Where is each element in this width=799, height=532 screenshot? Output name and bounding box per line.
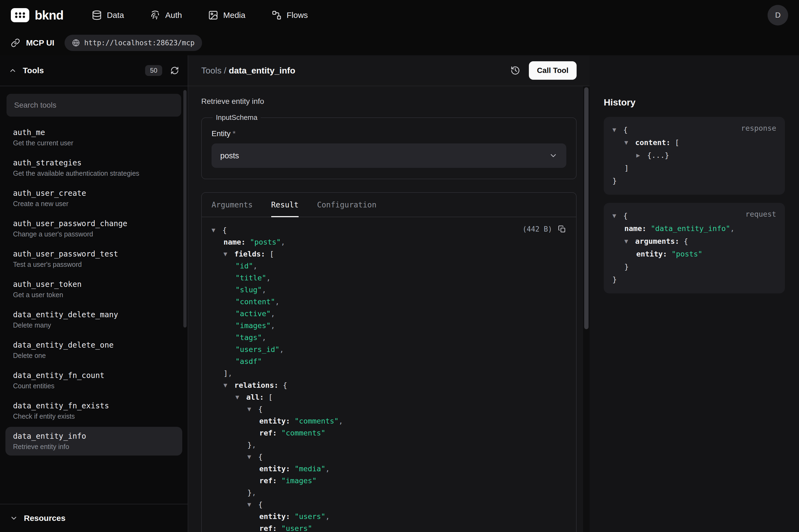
json-token: , (262, 286, 266, 294)
json-token: ref: (259, 476, 281, 485)
json-token: "tags" (235, 333, 262, 342)
tool-description: Get a user token (13, 291, 175, 299)
tool-list-item[interactable]: auth_user_password_test Test a user's pa… (5, 245, 182, 273)
json-line: "active", (212, 308, 566, 320)
content-row: Tools 50 auth_me Get the current user au… (0, 55, 799, 532)
nav-item-auth[interactable]: Auth (150, 10, 182, 20)
globe-icon (72, 39, 80, 46)
tools-header: Tools 50 (0, 55, 188, 86)
search-input[interactable] (6, 94, 181, 117)
tree-toggle-icon[interactable]: ▼ (612, 209, 623, 222)
main-scrollbar-thumb[interactable] (584, 87, 589, 329)
json-token: fields: (234, 250, 270, 258)
brand[interactable]: bknd (11, 8, 63, 22)
tool-list-item[interactable]: data_entity_delete_one Delete one (5, 336, 182, 364)
breadcrumb-tools[interactable]: Tools (201, 65, 222, 75)
history-response-json: ▼{▼content: [▶{...}]} (612, 124, 776, 187)
refresh-icon[interactable] (170, 66, 179, 75)
result-json-area: (442 B) ▼{name: "posts",▼fields: ["id","… (202, 217, 576, 532)
json-token: "media" (294, 464, 325, 473)
json-token: } (612, 275, 617, 284)
nav-item-data[interactable]: Data (92, 10, 124, 20)
json-line: }, (212, 487, 566, 499)
json-token: , (325, 464, 330, 473)
nav-item-flows[interactable]: Flows (271, 10, 308, 20)
history-panel: History response ▼{▼content: [▶{...}]} r… (590, 55, 799, 532)
json-token: , (271, 309, 275, 318)
call-tool-button[interactable]: Call Tool (529, 61, 577, 80)
json-token: , (262, 333, 266, 342)
json-line: "slug", (212, 284, 566, 296)
nav-label: Auth (165, 11, 182, 20)
tool-list-item[interactable]: auth_user_create Create a new user (5, 184, 182, 213)
brand-name: bknd (35, 8, 63, 22)
nav-label: Flows (287, 11, 308, 20)
mcp-url: http://localhost:28623/mcp (84, 39, 194, 47)
main-header-actions: Call Tool (510, 61, 577, 80)
tool-list-item[interactable]: auth_user_password_change Change a user'… (5, 214, 182, 243)
workflow-icon (271, 10, 282, 20)
tree-toggle-icon[interactable]: ▼ (224, 248, 234, 260)
avatar[interactable]: D (767, 5, 788, 25)
json-token: , (252, 488, 256, 497)
main-scrollbar[interactable] (583, 86, 590, 532)
tree-toggle-icon[interactable]: ▼ (224, 379, 234, 391)
json-line: "title", (212, 272, 566, 284)
json-token: ] (624, 164, 629, 172)
tool-list-item[interactable]: auth_me Get the current user (5, 123, 182, 152)
tree-toggle-icon[interactable]: ▼ (212, 224, 222, 236)
json-token: ] (224, 369, 228, 377)
tree-toggle-icon[interactable]: ▼ (624, 235, 635, 248)
tool-name: auth_me (13, 128, 175, 137)
json-token: , (253, 262, 258, 270)
history-response-card[interactable]: response ▼{▼content: [▶{...}]} (604, 117, 785, 195)
tool-name: data_entity_fn_exists (13, 401, 175, 410)
tree-toggle-icon[interactable]: ▼ (247, 451, 258, 463)
json-token: "comments" (294, 417, 339, 425)
tool-list-item[interactable]: data_entity_fn_exists Check if entity ex… (5, 396, 182, 425)
tab[interactable]: Configuration (317, 193, 377, 217)
copy-icon[interactable] (558, 225, 566, 233)
entity-select[interactable]: posts (212, 144, 566, 168)
tool-list-item[interactable]: auth_strategies Get the available authen… (5, 153, 182, 182)
nav-item-media[interactable]: Media (208, 10, 245, 20)
tools-count-badge: 50 (145, 65, 162, 76)
json-token: , (252, 441, 256, 449)
resources-section-header[interactable]: Resources (0, 504, 188, 532)
json-line: "content", (212, 296, 566, 308)
json-token: , (228, 369, 232, 377)
tool-list-item[interactable]: data_entity_info Retrieve entity info (5, 427, 182, 456)
json-token: [ (268, 393, 272, 401)
tool-list-item[interactable]: data_entity_fn_count Count entities (5, 366, 182, 395)
tree-toggle-icon[interactable]: ▼ (247, 499, 258, 511)
json-line: ▼all: [ (212, 391, 566, 403)
json-token: "users" (294, 512, 325, 520)
tree-toggle-icon[interactable]: ▼ (235, 391, 246, 403)
chevron-up-icon[interactable] (9, 66, 17, 75)
tools-sidebar: Tools 50 auth_me Get the current user au… (0, 55, 188, 532)
tree-toggle-icon[interactable]: ▼ (624, 136, 635, 149)
history-request-card[interactable]: request ▼{name: "data_entity_info",▼argu… (604, 203, 785, 293)
result-meta: (442 B) (522, 225, 566, 233)
tool-name: data_entity_delete_one (13, 341, 175, 349)
sidebar-scrollbar-thumb[interactable] (183, 90, 187, 327)
json-token: arguments: (635, 237, 684, 245)
breadcrumb: Tools / data_entity_info (201, 65, 296, 76)
tree-toggle-icon[interactable]: ▼ (612, 124, 623, 136)
tool-list-item[interactable]: data_entity_delete_many Delete many (5, 305, 182, 334)
nav-label: Media (223, 11, 245, 20)
history-icon[interactable] (510, 65, 520, 75)
tab[interactable]: Result (271, 193, 299, 217)
tree-toggle-icon[interactable]: ▼ (247, 403, 258, 415)
tool-list-item[interactable]: auth_user_token Get a user token (5, 275, 182, 304)
json-token: { (258, 500, 263, 509)
json-token: name: (624, 224, 651, 233)
tab[interactable]: Arguments (212, 193, 253, 217)
json-token: "users" (281, 524, 312, 532)
json-token: { (623, 126, 628, 134)
mcp-url-pill[interactable]: http://localhost:28623/mcp (64, 35, 202, 51)
json-token: , (266, 273, 271, 282)
json-line: } (612, 260, 776, 273)
json-token: { (258, 405, 263, 413)
tree-toggle-icon[interactable]: ▶ (636, 149, 647, 162)
